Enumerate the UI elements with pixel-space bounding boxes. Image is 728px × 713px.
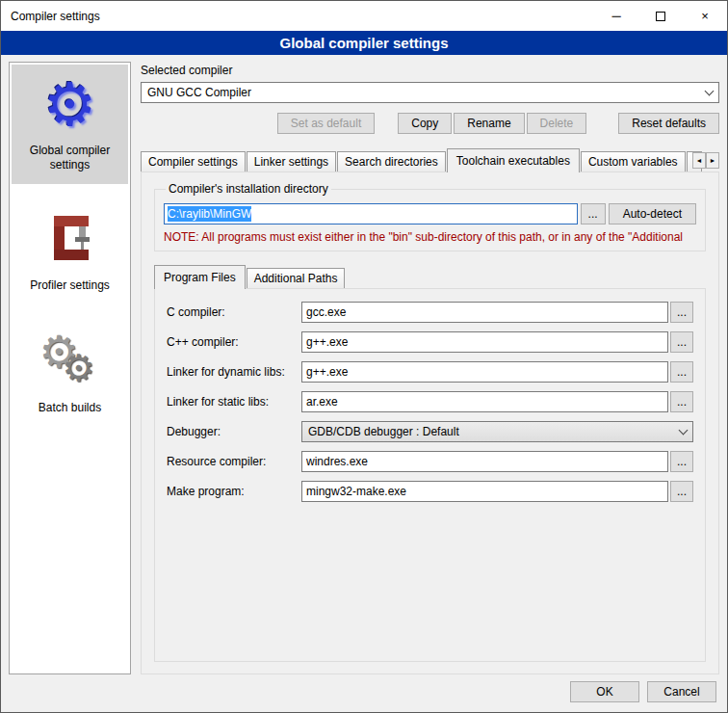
installation-directory-group: Compiler's installation directory C:\ray… <box>154 182 706 251</box>
cpp-compiler-input[interactable] <box>301 331 668 353</box>
sidebar-item-profiler-settings[interactable]: Profiler settings <box>12 201 128 304</box>
reset-defaults-button[interactable]: Reset defaults <box>618 113 719 134</box>
chevron-down-icon <box>700 84 717 101</box>
program-files-panel: C compiler: ... C++ compiler: ... Linker… <box>154 288 706 662</box>
tab-search-directories[interactable]: Search directories <box>337 151 446 172</box>
arrow-left-icon: ◄ <box>696 157 703 164</box>
toolchain-executables-panel: Compiler's installation directory C:\ray… <box>141 172 719 674</box>
titlebar: Compiler settings ─ × <box>1 1 727 31</box>
minimize-icon: ─ <box>611 9 620 23</box>
selected-compiler-value: GNU GCC Compiler <box>147 86 251 99</box>
subtab-program-files[interactable]: Program Files <box>154 265 246 289</box>
resource-compiler-input[interactable] <box>301 451 668 472</box>
field-row-make-program: Make program: ... <box>167 481 693 502</box>
page-title: Global compiler settings <box>1 31 727 55</box>
profiler-clamp-icon <box>42 211 98 271</box>
chevron-down-icon <box>674 423 691 440</box>
tab-strip: Compiler settings Linker settings Search… <box>141 148 719 172</box>
sidebar-item-label: Batch builds <box>39 401 101 415</box>
c-compiler-browse-button[interactable]: ... <box>670 302 693 323</box>
field-row-c-compiler: C compiler: ... <box>167 302 693 323</box>
close-button[interactable]: × <box>683 1 727 31</box>
installation-directory-row: C:\raylib\MinGW ... Auto-detect <box>164 203 696 224</box>
make-program-browse-button[interactable]: ... <box>670 481 693 502</box>
linker-dynamic-browse-button[interactable]: ... <box>670 361 693 383</box>
gears-gray-icon: ⚙ ⚙ <box>39 331 101 393</box>
copy-button[interactable]: Copy <box>398 113 452 134</box>
tab-scroll-right-button[interactable]: ► <box>706 152 719 169</box>
field-row-cpp-compiler: C++ compiler: ... <box>167 331 693 353</box>
minimize-button[interactable]: ─ <box>594 1 638 31</box>
tab-scroll-controls: ◄ ► <box>692 152 719 169</box>
gear-blue-icon: ⚙ <box>43 74 97 136</box>
sidebar-item-global-compiler-settings[interactable]: ⚙ Global compiler settings <box>12 65 128 184</box>
compiler-settings-dialog: Compiler settings ─ × Global compiler se… <box>0 0 728 713</box>
set-as-default-button: Set as default <box>277 113 375 134</box>
maximize-button[interactable] <box>638 1 683 31</box>
arrow-right-icon: ► <box>710 157 716 164</box>
field-label: Debugger: <box>167 425 301 438</box>
selected-compiler-select[interactable]: GNU GCC Compiler <box>141 82 719 103</box>
tab-scroll-left-button[interactable]: ◄ <box>692 152 706 169</box>
window-title: Compiler settings <box>11 10 594 23</box>
cpp-compiler-browse-button[interactable]: ... <box>670 331 693 353</box>
linker-dynamic-input[interactable] <box>301 361 668 383</box>
tab-linker-settings[interactable]: Linker settings <box>247 151 336 172</box>
field-row-debugger: Debugger: GDB/CDB debugger : Default <box>167 421 693 442</box>
field-label: Linker for dynamic libs: <box>167 365 301 379</box>
bin-directory-note: NOTE: All programs must exist either in … <box>164 230 696 244</box>
subtab-additional-paths[interactable]: Additional Paths <box>247 268 346 288</box>
field-row-linker-static: Linker for static libs: ... <box>167 391 693 412</box>
linker-static-browse-button[interactable]: ... <box>670 391 693 412</box>
dialog-footer: OK Cancel <box>1 674 727 712</box>
rename-button[interactable]: Rename <box>454 113 524 134</box>
debugger-value: GDB/CDB debugger : Default <box>308 425 459 438</box>
field-label: C++ compiler: <box>167 335 301 349</box>
make-program-input[interactable] <box>301 481 668 502</box>
close-icon: × <box>701 9 709 23</box>
field-label: Make program: <box>167 485 301 498</box>
delete-button: Delete <box>527 113 587 134</box>
tab-toolchain-executables[interactable]: Toolchain executables <box>447 148 580 172</box>
dialog-body: ⚙ Global compiler settings Profiler sett… <box>1 55 727 674</box>
sidebar-item-label: Profiler settings <box>30 278 110 293</box>
debugger-select[interactable]: GDB/CDB debugger : Default <box>301 421 693 442</box>
field-label: Linker for static libs: <box>167 395 301 409</box>
field-label: Resource compiler: <box>167 455 301 468</box>
settings-sidebar: ⚙ Global compiler settings Profiler sett… <box>9 62 131 674</box>
installation-directory-browse-button[interactable]: ... <box>581 203 606 224</box>
c-compiler-input[interactable] <box>301 302 668 323</box>
sidebar-item-label: Global compiler settings <box>13 144 126 172</box>
installation-directory-legend: Compiler's installation directory <box>166 182 331 196</box>
sidebar-item-batch-builds[interactable]: ⚙ ⚙ Batch builds <box>12 322 128 427</box>
field-label: C compiler: <box>167 305 301 319</box>
auto-detect-button[interactable]: Auto-detect <box>609 203 696 224</box>
ok-button[interactable]: OK <box>570 681 639 702</box>
installation-directory-input[interactable]: C:\raylib\MinGW <box>164 203 578 224</box>
cancel-button[interactable]: Cancel <box>647 681 716 702</box>
window-controls: ─ × <box>594 1 727 31</box>
maximize-icon <box>656 12 665 21</box>
field-row-linker-dynamic: Linker for dynamic libs: ... <box>167 361 693 383</box>
field-row-resource-compiler: Resource compiler: ... <box>167 451 693 472</box>
resource-compiler-browse-button[interactable]: ... <box>670 451 693 472</box>
compiler-actions: Set as default Copy Rename Delete Reset … <box>141 113 719 134</box>
subtab-strip: Program Files Additional Paths <box>154 265 706 288</box>
tab-custom-variables[interactable]: Custom variables <box>581 151 686 172</box>
installation-directory-value: C:\raylib\MinGW <box>168 206 251 222</box>
linker-static-input[interactable] <box>301 391 668 412</box>
main-panel: Selected compiler GNU GCC Compiler Set a… <box>141 62 719 674</box>
selected-compiler-label: Selected compiler <box>141 64 719 77</box>
tab-compiler-settings[interactable]: Compiler settings <box>141 151 246 172</box>
